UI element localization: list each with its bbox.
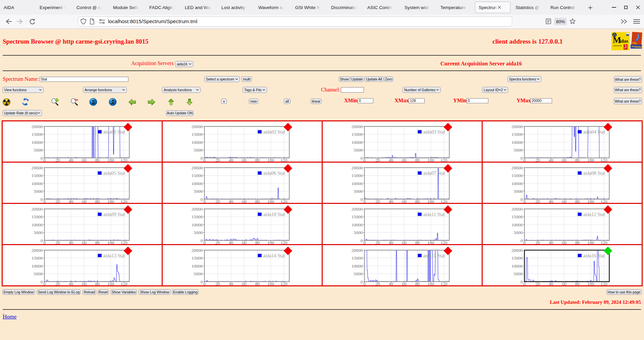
svg-text:40: 40 xyxy=(69,281,73,286)
svg-text:powered by: powered by xyxy=(613,45,622,47)
svg-text:20000: 20000 xyxy=(32,206,43,211)
svg-text:10000: 10000 xyxy=(352,222,363,227)
svg-text:0: 0 xyxy=(361,155,363,160)
svg-text:40: 40 xyxy=(69,199,73,204)
svg-text:aida07 Stat: aida07 Stat xyxy=(423,170,445,175)
svg-text:0: 0 xyxy=(363,281,366,286)
svg-text:40: 40 xyxy=(549,158,553,162)
svg-text:10000: 10000 xyxy=(192,181,203,186)
svg-text:120: 120 xyxy=(281,240,288,245)
svg-text:20: 20 xyxy=(535,199,540,204)
svg-text:0: 0 xyxy=(203,199,206,204)
svg-text:aida03 Stat: aida03 Stat xyxy=(423,129,445,134)
svg-text:100: 100 xyxy=(107,281,114,286)
svg-text:0: 0 xyxy=(363,199,366,204)
svg-text:20000: 20000 xyxy=(192,248,203,253)
svg-text:80: 80 xyxy=(415,158,420,162)
svg-text:10000: 10000 xyxy=(512,139,523,145)
svg-text:aida04 Stat: aida04 Stat xyxy=(583,129,605,134)
svg-text:40: 40 xyxy=(389,240,393,245)
svg-text:40: 40 xyxy=(549,199,553,204)
svg-text:20: 20 xyxy=(375,240,380,245)
svg-text:100: 100 xyxy=(107,199,114,204)
svg-text:100: 100 xyxy=(267,199,274,204)
svg-text:60: 60 xyxy=(402,240,407,245)
svg-text:20: 20 xyxy=(535,281,540,286)
svg-text:5000: 5000 xyxy=(194,148,203,153)
svg-text:100: 100 xyxy=(107,240,114,245)
svg-text:10000: 10000 xyxy=(192,222,203,227)
svg-text:120: 120 xyxy=(441,281,448,286)
svg-text:10000: 10000 xyxy=(352,181,363,186)
svg-text:15000: 15000 xyxy=(352,256,363,261)
svg-text:120: 120 xyxy=(441,240,448,245)
svg-text:0: 0 xyxy=(521,279,523,284)
svg-text:100: 100 xyxy=(587,199,594,204)
svg-text:100: 100 xyxy=(427,281,434,286)
svg-text:5000: 5000 xyxy=(34,271,43,276)
svg-text:120: 120 xyxy=(601,240,608,245)
svg-text:60: 60 xyxy=(82,158,87,162)
svg-text:5000: 5000 xyxy=(34,189,43,194)
svg-text:aida13 Stat: aida13 Stat xyxy=(103,253,125,258)
svg-text:0: 0 xyxy=(521,155,523,160)
svg-text:60: 60 xyxy=(402,158,407,162)
svg-text:60: 60 xyxy=(82,281,87,286)
svg-text:80: 80 xyxy=(255,240,260,245)
svg-text:10000: 10000 xyxy=(32,139,43,145)
svg-text:40: 40 xyxy=(229,240,233,245)
svg-text:5000: 5000 xyxy=(514,148,523,153)
svg-text:TCL: TCL xyxy=(632,42,637,45)
svg-text:aida02 Stat: aida02 Stat xyxy=(263,129,285,134)
svg-text:100: 100 xyxy=(427,240,434,245)
svg-text:60: 60 xyxy=(242,199,247,204)
svg-text:120: 120 xyxy=(121,199,128,204)
svg-text:15000: 15000 xyxy=(512,132,523,137)
svg-text:120: 120 xyxy=(601,158,608,162)
svg-text:100: 100 xyxy=(427,158,434,162)
svg-text:120: 120 xyxy=(441,158,448,162)
svg-text:100: 100 xyxy=(587,281,594,286)
svg-text:0: 0 xyxy=(41,238,43,243)
svg-text:20000: 20000 xyxy=(32,165,43,170)
svg-text:10000: 10000 xyxy=(32,222,43,227)
svg-text:100: 100 xyxy=(267,240,274,245)
svg-text:0: 0 xyxy=(43,240,46,245)
svg-text:20000: 20000 xyxy=(352,124,363,129)
svg-text:aida09 Stat: aida09 Stat xyxy=(103,211,125,217)
svg-text:5000: 5000 xyxy=(354,189,363,194)
svg-text:15000: 15000 xyxy=(192,256,203,261)
svg-text:aida12 Stat: aida12 Stat xyxy=(583,211,605,217)
svg-text:0: 0 xyxy=(201,196,203,202)
svg-text:60: 60 xyxy=(242,158,247,162)
svg-text:80: 80 xyxy=(575,281,580,286)
svg-text:10000: 10000 xyxy=(32,181,43,186)
svg-text:5000: 5000 xyxy=(354,230,363,235)
svg-text:40: 40 xyxy=(69,158,73,162)
svg-text:10000: 10000 xyxy=(352,139,363,145)
svg-text:20000: 20000 xyxy=(352,206,363,211)
svg-text:20: 20 xyxy=(215,158,220,162)
svg-text:aida10 Stat: aida10 Stat xyxy=(263,211,285,217)
svg-text:0: 0 xyxy=(43,281,46,286)
svg-text:15000: 15000 xyxy=(352,173,363,178)
svg-text:0: 0 xyxy=(41,279,43,284)
svg-text:20: 20 xyxy=(375,158,380,162)
svg-text:5000: 5000 xyxy=(34,230,43,235)
svg-text:60: 60 xyxy=(82,199,87,204)
svg-text:60: 60 xyxy=(402,281,407,286)
svg-text:20000: 20000 xyxy=(512,165,523,170)
svg-text:20000: 20000 xyxy=(512,248,523,253)
svg-text:120: 120 xyxy=(121,240,128,245)
svg-text:10000: 10000 xyxy=(512,264,523,269)
svg-text:aida05 Stat: aida05 Stat xyxy=(103,170,125,175)
svg-text:0: 0 xyxy=(201,279,203,284)
svg-text:120: 120 xyxy=(601,199,608,204)
svg-text:15000: 15000 xyxy=(192,173,203,178)
svg-text:40: 40 xyxy=(549,240,553,245)
svg-text:20: 20 xyxy=(55,240,60,245)
svg-text:120: 120 xyxy=(441,199,448,204)
svg-text:5000: 5000 xyxy=(194,271,203,276)
svg-text:5000: 5000 xyxy=(34,148,43,153)
svg-text:80: 80 xyxy=(95,240,100,245)
